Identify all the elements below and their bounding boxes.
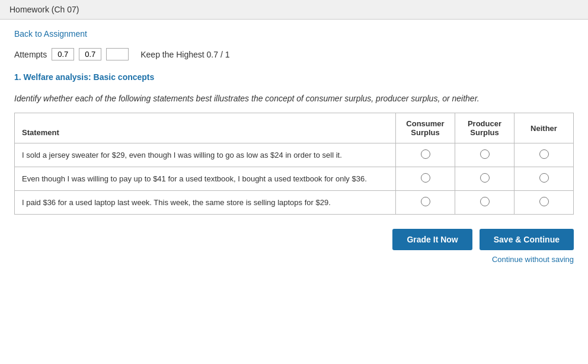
statement-1: I sold a jersey sweater for $29, even th… [15,143,396,167]
col-header-producer: ProducerSurplus [455,113,514,143]
attempts-input-1[interactable] [52,48,74,60]
neither-radio-3[interactable] [539,197,549,206]
table-header-row: Statement ConsumerSurplus ProducerSurplu… [15,113,574,143]
continue-without-saving-link[interactable]: Continue without saving [492,255,574,264]
consumer-radio-2-cell [396,167,455,191]
col-header-neither: Neither [514,113,574,143]
save-continue-button[interactable]: Save & Continue [480,229,574,250]
buttons-area: Grade It Now Save & Continue Continue wi… [14,229,574,264]
producer-radio-3[interactable] [480,197,490,206]
neither-radio-1-cell [514,143,574,167]
table-row: I sold a jersey sweater for $29, even th… [15,143,574,167]
consumer-radio-1[interactable] [421,149,430,159]
consumer-radio-2[interactable] [421,173,430,183]
producer-radio-2-cell [455,167,514,191]
page-header: Homework (Ch 07) [0,0,588,20]
attempts-label: Attempts [14,50,47,59]
producer-radio-3-cell [455,191,514,215]
attempts-input-2[interactable] [79,48,101,60]
table-row: Even though I was willing to pay up to $… [15,167,574,191]
consumer-radio-1-cell [396,143,455,167]
question-title: 1. Welfare analysis: Basic concepts [14,72,574,82]
col-header-statement: Statement [15,113,396,143]
table-row: I paid $36 for a used laptop last week. … [15,191,574,215]
keep-highest: Keep the Highest 0.7 / 1 [140,50,229,59]
attempts-input-3[interactable] [106,48,129,60]
producer-radio-2[interactable] [480,173,490,183]
statement-2: Even though I was willing to pay up to $… [15,167,396,191]
neither-radio-2[interactable] [539,173,549,183]
page-title: Homework (Ch 07) [9,5,79,14]
neither-radio-3-cell [514,191,574,215]
consumer-radio-3-cell [396,191,455,215]
buttons-row: Grade It Now Save & Continue [392,229,574,250]
col-header-consumer: ConsumerSurplus [396,113,455,143]
neither-radio-2-cell [514,167,574,191]
answer-table: Statement ConsumerSurplus ProducerSurplu… [14,113,574,215]
consumer-radio-3[interactable] [421,197,430,206]
grade-it-now-button[interactable]: Grade It Now [392,229,472,250]
back-to-assignment-link[interactable]: Back to Assignment [14,29,87,39]
instruction-text: Identify whether each of the following s… [14,94,574,103]
statement-3: I paid $36 for a used laptop last week. … [15,191,396,215]
neither-radio-1[interactable] [539,149,549,159]
attempts-row: Attempts Keep the Highest 0.7 / 1 [14,48,574,60]
producer-radio-1-cell [455,143,514,167]
main-content: Back to Assignment Attempts Keep the Hig… [0,20,588,273]
producer-radio-1[interactable] [480,149,490,159]
